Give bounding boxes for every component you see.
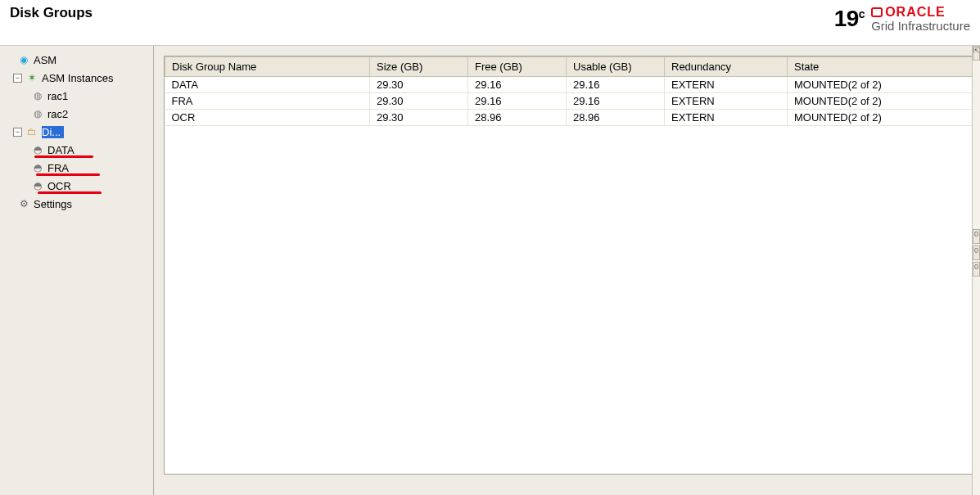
tree-toggle-collapse[interactable]: − <box>13 128 22 137</box>
cell-redundancy: EXTERN <box>665 110 788 126</box>
cell-name: OCR <box>165 110 370 126</box>
tree-node-asm[interactable]: ◉ ASM <box>2 51 151 69</box>
tree-node-instance-rac1[interactable]: ◍ rac1 <box>2 87 151 105</box>
tree-label: ASM <box>34 54 56 66</box>
tree-node-diskgroups[interactable]: − 🗀 Di... <box>2 123 151 141</box>
asm-icon: ◉ <box>17 53 30 66</box>
col-header-redundancy[interactable]: Redundancy <box>665 57 788 77</box>
brand-name-label: ORACLE <box>885 5 946 19</box>
brand-version-suffix: c <box>859 7 865 20</box>
right-rail: ⇱ 0 0 0 <box>972 46 980 495</box>
col-header-size[interactable]: Size (GB) <box>370 57 468 77</box>
page-title: Disk Groups <box>10 5 93 21</box>
disk-groups-table: Disk Group Name Size (GB) Free (GB) Usab… <box>165 56 974 126</box>
tree-toggle-collapse[interactable]: − <box>13 74 22 83</box>
cell-free: 28.96 <box>468 110 567 126</box>
tree-label: FRA <box>47 162 69 174</box>
tree-node-instance-rac2[interactable]: ◍ rac2 <box>2 105 151 123</box>
rail-nub[interactable]: 0 <box>973 245 980 260</box>
cell-size: 29.30 <box>370 93 468 110</box>
col-header-state[interactable]: State <box>788 57 974 77</box>
table-header-row: Disk Group Name Size (GB) Free (GB) Usab… <box>165 57 974 77</box>
tree-label: rac1 <box>47 90 68 102</box>
database-icon: ◍ <box>31 107 44 120</box>
main-panel: Disk Group Name Size (GB) Free (GB) Usab… <box>154 46 980 495</box>
annotation-underline <box>34 155 93 158</box>
disk-icon: ◓ <box>31 179 44 192</box>
cell-usable: 28.96 <box>567 110 665 126</box>
cell-free: 29.16 <box>468 93 567 110</box>
brand-block: 19c ORACLE Grid Infrastructure <box>834 5 970 33</box>
tree-label-selected: Di... <box>42 126 64 138</box>
oracle-o-icon <box>871 7 883 17</box>
table-row[interactable]: FRA 29.30 29.16 29.16 EXTERN MOUNTED(2 o… <box>165 93 974 110</box>
cell-name: DATA <box>165 77 370 93</box>
rail-nub[interactable]: 0 <box>973 229 980 244</box>
cell-size: 29.30 <box>370 110 468 126</box>
table-row[interactable]: OCR 29.30 28.96 28.96 EXTERN MOUNTED(2 o… <box>165 110 974 126</box>
cell-state: MOUNTED(2 of 2) <box>788 77 974 93</box>
rail-nub[interactable]: ⇱ <box>973 46 980 61</box>
cell-free: 29.16 <box>468 77 567 93</box>
brand-text: ORACLE Grid Infrastructure <box>871 5 970 33</box>
tree-label: ASM Instances <box>42 72 113 84</box>
gear-icon: ⚙ <box>17 197 30 210</box>
brand-subtitle: Grid Infrastructure <box>871 20 970 34</box>
tree-label: OCR <box>47 180 71 192</box>
cell-state: MOUNTED(2 of 2) <box>788 93 974 110</box>
tree-node-settings[interactable]: ⚙ Settings <box>2 195 151 213</box>
cell-usable: 29.16 <box>567 77 665 93</box>
annotation-underline <box>36 173 100 176</box>
rail-nub[interactable]: 0 <box>973 262 980 277</box>
cell-size: 29.30 <box>370 77 468 93</box>
tree-label: Settings <box>34 198 72 210</box>
brand-version: 19c <box>834 7 865 30</box>
disk-icon: ◓ <box>31 143 44 156</box>
cell-redundancy: EXTERN <box>665 93 788 110</box>
tree-label: DATA <box>47 144 75 156</box>
col-header-usable[interactable]: Usable (GB) <box>567 57 665 77</box>
tree-node-instances[interactable]: − ✶ ASM Instances <box>2 69 151 87</box>
cell-redundancy: EXTERN <box>665 77 788 93</box>
cell-name: FRA <box>165 93 370 110</box>
disk-icon: ◓ <box>31 161 44 174</box>
header-bar: Disk Groups 19c ORACLE Grid Infrastructu… <box>0 0 980 46</box>
brand-name: ORACLE <box>871 5 970 20</box>
cell-state: MOUNTED(2 of 2) <box>788 110 974 126</box>
folder-icon: 🗀 <box>25 125 38 138</box>
col-header-free[interactable]: Free (GB) <box>468 57 567 77</box>
tree-sidebar: ◉ ASM − ✶ ASM Instances <box>0 46 154 495</box>
database-icon: ◍ <box>31 89 44 102</box>
tree-label: rac2 <box>47 108 68 120</box>
brand-version-number: 19 <box>834 6 859 31</box>
instances-icon: ✶ <box>25 71 38 84</box>
table-container: Disk Group Name Size (GB) Free (GB) Usab… <box>164 56 975 475</box>
col-header-name[interactable]: Disk Group Name <box>165 57 370 77</box>
annotation-underline <box>38 191 102 194</box>
cell-usable: 29.16 <box>567 93 665 110</box>
table-row[interactable]: DATA 29.30 29.16 29.16 EXTERN MOUNTED(2 … <box>165 77 974 93</box>
